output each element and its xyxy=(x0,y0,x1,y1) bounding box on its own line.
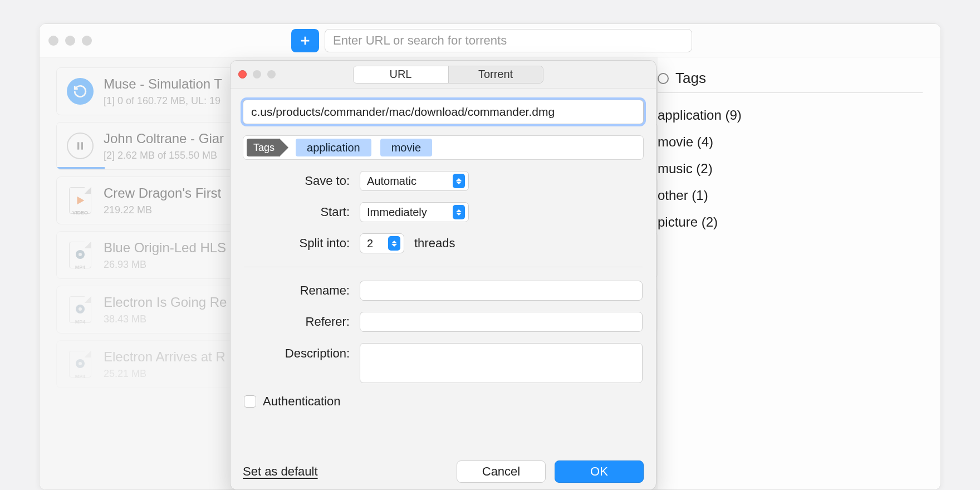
tab-torrent[interactable]: Torrent xyxy=(448,66,543,83)
cancel-button[interactable]: Cancel xyxy=(457,460,546,483)
label-save-to: Save to: xyxy=(244,174,350,188)
svg-point-7 xyxy=(79,362,82,365)
chevron-up-down-icon xyxy=(388,236,400,251)
main-toolbar: Enter URL or search for torrents xyxy=(40,24,940,57)
chevron-up-down-icon xyxy=(453,205,465,219)
label-split: Split into: xyxy=(244,236,350,251)
tags-lead-label: Tags xyxy=(247,139,280,156)
save-to-select[interactable]: Automatic xyxy=(360,171,469,191)
add-download-sheet: URL Torrent c.us/products/commander/mac/… xyxy=(230,60,656,490)
divider xyxy=(244,267,643,267)
video-file-icon: VIDEO xyxy=(67,187,94,214)
ok-button[interactable]: OK xyxy=(555,460,644,483)
plus-icon xyxy=(299,35,311,47)
label-description: Description: xyxy=(244,343,350,361)
close-dot[interactable] xyxy=(48,36,58,46)
label-referer: Referer: xyxy=(244,315,350,329)
download-sub: 38.43 MB xyxy=(104,313,227,325)
tags-input[interactable]: Tags application movie xyxy=(243,135,644,160)
rename-input[interactable] xyxy=(360,281,643,301)
download-sub: 25.21 MB xyxy=(104,368,226,380)
start-value: Immediately xyxy=(367,206,427,219)
progress-bar xyxy=(57,167,105,169)
download-sub: 26.93 MB xyxy=(104,259,226,271)
download-title: Muse - Simulation T xyxy=(104,76,222,92)
sheet-close-dot[interactable] xyxy=(238,70,247,79)
save-to-value: Automatic xyxy=(367,175,416,188)
minimize-dot[interactable] xyxy=(65,36,75,46)
label-start: Start: xyxy=(244,205,350,219)
authentication-label: Authentication xyxy=(263,394,340,409)
svg-rect-0 xyxy=(77,142,79,149)
add-button[interactable] xyxy=(291,29,319,52)
search-placeholder: Enter URL or search for torrents xyxy=(333,33,507,48)
set-default-link[interactable]: Set as default xyxy=(243,464,318,479)
download-sub: [2] 2.62 MB of 155.50 MB xyxy=(104,150,224,161)
description-input[interactable] xyxy=(360,343,643,383)
retry-icon[interactable] xyxy=(67,78,94,105)
window-traffic-lights xyxy=(48,36,92,46)
tag-chip-application[interactable]: application xyxy=(296,139,371,156)
sidebar-tag-movie[interactable]: movie (4) xyxy=(658,129,923,155)
download-sub: [1] 0 of 160.72 MB, UL: 19 xyxy=(104,95,222,107)
chevron-up-down-icon xyxy=(453,174,465,188)
tag-chip-movie[interactable]: movie xyxy=(380,139,432,156)
mp4-file-icon: MP4 xyxy=(67,296,94,323)
download-title: Crew Dragon's First xyxy=(104,185,221,201)
download-title: Blue Origin-Led HLS xyxy=(104,240,226,256)
threads-stepper[interactable]: 2 xyxy=(360,233,404,253)
download-title: John Coltrane - Giar xyxy=(104,131,224,146)
url-value: c.us/products/commander/mac/download/com… xyxy=(251,105,555,119)
sidebar-tag-application[interactable]: application (9) xyxy=(658,102,923,129)
download-sub: 219.22 MB xyxy=(104,204,221,216)
label-rename: Rename: xyxy=(244,283,350,298)
download-title: Electron Is Going Re xyxy=(104,295,227,310)
tags-header-label: Tags xyxy=(675,70,706,87)
tags-header[interactable]: Tags xyxy=(658,70,923,93)
sheet-tab-segment: URL Torrent xyxy=(353,66,543,84)
mp4-file-icon: MP4 xyxy=(67,351,94,378)
threads-suffix: threads xyxy=(414,236,455,251)
threads-value: 2 xyxy=(367,237,373,250)
svg-point-3 xyxy=(79,253,82,256)
download-title: Electron Arrives at R xyxy=(104,349,226,365)
radio-icon xyxy=(658,73,669,84)
tab-url[interactable]: URL xyxy=(354,66,448,83)
svg-rect-1 xyxy=(81,142,83,149)
authentication-checkbox[interactable] xyxy=(244,395,256,408)
pause-icon[interactable] xyxy=(67,133,94,159)
zoom-dot[interactable] xyxy=(82,36,92,46)
svg-point-5 xyxy=(79,307,82,311)
sidebar-tag-picture[interactable]: picture (2) xyxy=(658,209,923,236)
referer-input[interactable] xyxy=(360,312,643,332)
sidebar-tag-music[interactable]: music (2) xyxy=(658,155,923,182)
url-input[interactable]: c.us/products/commander/mac/download/com… xyxy=(243,100,644,124)
sheet-zoom-dot xyxy=(267,70,276,79)
start-select[interactable]: Immediately xyxy=(360,202,469,222)
tags-sidebar: Tags application (9) movie (4) music (2)… xyxy=(658,57,940,489)
sidebar-tag-other[interactable]: other (1) xyxy=(658,182,923,209)
mp4-file-icon: MP4 xyxy=(67,242,94,268)
sheet-minimize-dot xyxy=(253,70,261,79)
search-input[interactable]: Enter URL or search for torrents xyxy=(325,29,692,52)
sheet-header: URL Torrent xyxy=(231,61,656,89)
